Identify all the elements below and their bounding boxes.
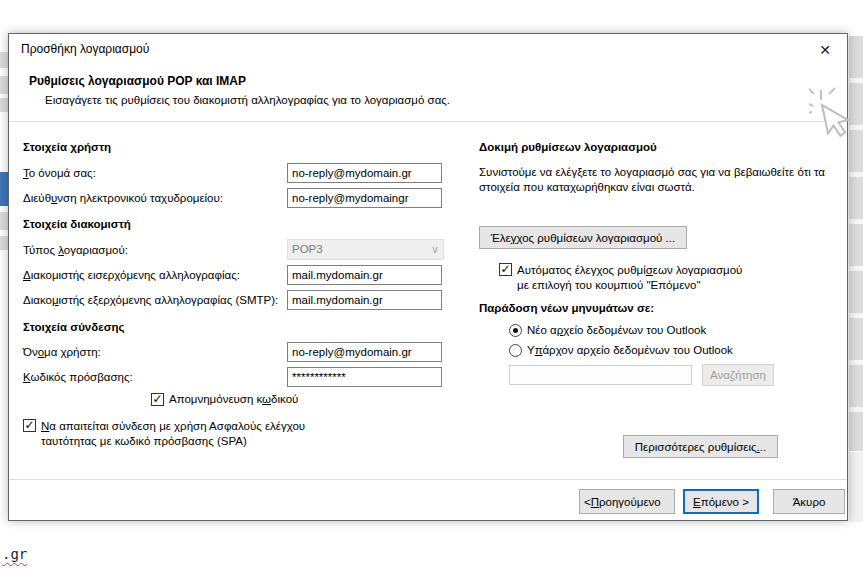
background-artifact xyxy=(0,98,8,112)
auto-test-label-line1: Αυτόματος έλεγχος ρυθμίσεων λογαριασμού xyxy=(517,263,742,278)
cancel-button[interactable]: Άκυρο xyxy=(773,489,845,514)
spa-checkbox[interactable] xyxy=(23,419,36,432)
click-cursor-icon xyxy=(809,86,855,148)
auto-test-label[interactable]: Αυτόματος έλεγχος ρυθμίσεων λογαριασμού … xyxy=(517,263,742,293)
auto-test-label-line2: με επιλογή του κουμπιού "Επόμενο" xyxy=(517,278,742,293)
name-label: Το όνομά σας: xyxy=(23,167,96,179)
background-artifact xyxy=(0,212,8,230)
add-account-dialog: Προσθήκη λογαριασμού ✕ Ρυθμίσεις λογαρια… xyxy=(8,33,848,521)
username-input[interactable] xyxy=(287,342,442,362)
email-label: Διεύθυνση ηλεκτρονικού ταχυδρομείου: xyxy=(23,192,223,204)
spa-label[interactable]: Να απαιτείται σύνδεση με χρήση Ασφαλούς … xyxy=(41,419,305,449)
dialog-titlebar[interactable]: Προσθήκη λογαριασμού ✕ xyxy=(9,34,847,60)
test-settings-description: Συνιστούμε να ελέγξετε το λογαριασμό σας… xyxy=(479,165,825,195)
account-type-dropdown: POP3 ∨ xyxy=(287,239,444,260)
account-type-label: Τύπος λογαριασμού: xyxy=(23,244,128,256)
background-artifact xyxy=(0,52,8,68)
remember-password-checkbox[interactable] xyxy=(151,393,164,406)
remember-password-label[interactable]: Απομνημόνευση κωδικού xyxy=(169,393,298,405)
section-test-settings: Δοκιμή ρυθμίσεων λογαριασμού xyxy=(479,141,657,153)
spa-label-line2: ταυτότητας με κωδικό πρόσβασης (SPA) xyxy=(41,434,305,449)
background-artifact-selected xyxy=(0,172,8,206)
auto-test-checkbox[interactable] xyxy=(499,263,512,276)
section-logon-info: Στοιχεία σύνδεσης xyxy=(23,321,125,333)
background-window-right-lower xyxy=(849,452,863,522)
wizard-header-title: Ρυθμίσεις λογαριασμού POP και IMAP xyxy=(29,74,246,88)
section-user-info: Στοιχεία χρήστη xyxy=(23,141,111,153)
data-file-path-input xyxy=(509,365,692,385)
name-input[interactable] xyxy=(287,163,442,183)
username-label: Όνομα χρήστη: xyxy=(23,346,101,358)
screen: { "window": { "title": "Προσθήκη λογαρια… xyxy=(0,0,863,579)
outgoing-server-label: Διακομιστής εξερχόμενης αλληλογραφίας (S… xyxy=(23,294,278,306)
background-artifact xyxy=(0,76,8,94)
new-data-file-radio[interactable] xyxy=(509,324,522,337)
dialog-title: Προσθήκη λογαριασμού xyxy=(21,42,149,56)
background-spellcheck-text: .gr xyxy=(2,546,27,562)
chevron-down-icon: ∨ xyxy=(431,243,439,256)
account-type-value: POP3 xyxy=(292,243,323,255)
email-input[interactable] xyxy=(287,188,442,208)
outgoing-server-input[interactable] xyxy=(287,290,442,310)
test-account-settings-button[interactable]: Έλεγχος ρυθμίσεων λογαριασμού ... xyxy=(479,226,687,249)
wizard-header-subtitle: Εισαγάγετε τις ρυθμίσεις του διακομιστή … xyxy=(45,94,450,106)
spa-label-line1: Να απαιτείται σύνδεση με χρήση Ασφαλούς … xyxy=(41,419,305,434)
background-artifact xyxy=(0,236,8,250)
existing-data-file-radio[interactable] xyxy=(509,344,522,357)
password-label: Κωδικός πρόσβασης: xyxy=(23,371,133,383)
browse-button: Αναζήτηση xyxy=(702,364,774,386)
footer-divider xyxy=(9,479,847,480)
more-settings-button[interactable]: Περισσότερες ρυθμίσεις ... xyxy=(623,435,778,458)
password-input[interactable] xyxy=(287,367,442,387)
back-button[interactable]: < Προηγούμενο xyxy=(579,489,675,514)
incoming-server-label: Διακομιστής εισερχόμενης αλληλογραφίας: xyxy=(23,269,240,281)
close-icon[interactable]: ✕ xyxy=(817,42,833,58)
existing-data-file-label[interactable]: Υπάρχον αρχείο δεδομένων του Outlook xyxy=(527,344,733,356)
new-data-file-label[interactable]: Νέο αρχείο δεδομένων του Outlook xyxy=(527,324,706,336)
section-server-info: Στοιχεία διακομιστή xyxy=(23,218,131,230)
incoming-server-input[interactable] xyxy=(287,265,442,285)
wizard-header: Ρυθμίσεις λογαριασμού POP και IMAP Εισαγ… xyxy=(9,60,847,122)
next-button[interactable]: Επόμενο > xyxy=(683,489,759,514)
section-delivery: Παράδοση νέων μηνυμάτων σε: xyxy=(479,302,654,314)
